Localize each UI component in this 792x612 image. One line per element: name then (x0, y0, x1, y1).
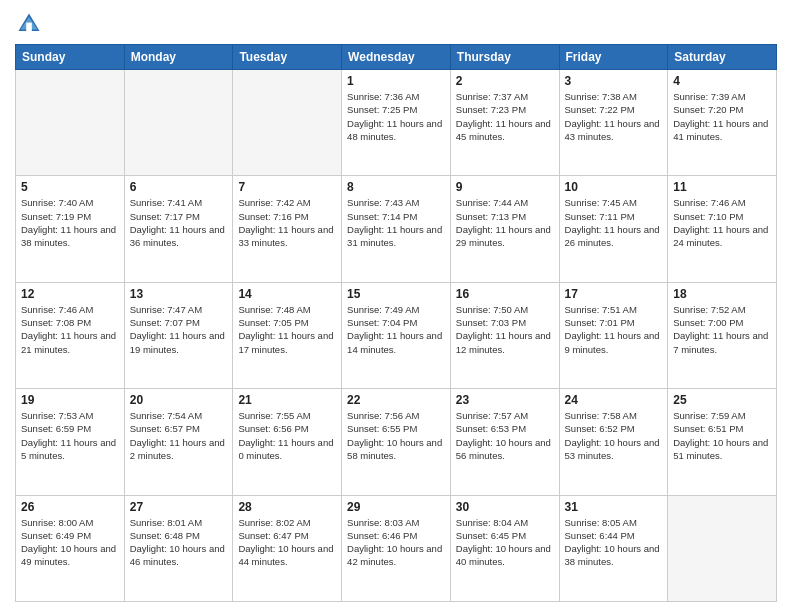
day-number: 15 (347, 287, 445, 301)
day-number: 5 (21, 180, 119, 194)
calendar-cell: 29Sunrise: 8:03 AM Sunset: 6:46 PM Dayli… (342, 495, 451, 601)
calendar-week-row: 1Sunrise: 7:36 AM Sunset: 7:25 PM Daylig… (16, 70, 777, 176)
logo (15, 10, 47, 38)
day-info: Sunrise: 7:40 AM Sunset: 7:19 PM Dayligh… (21, 196, 119, 249)
calendar-cell: 28Sunrise: 8:02 AM Sunset: 6:47 PM Dayli… (233, 495, 342, 601)
day-info: Sunrise: 7:59 AM Sunset: 6:51 PM Dayligh… (673, 409, 771, 462)
day-number: 6 (130, 180, 228, 194)
calendar-cell: 27Sunrise: 8:01 AM Sunset: 6:48 PM Dayli… (124, 495, 233, 601)
day-number: 19 (21, 393, 119, 407)
calendar-cell: 23Sunrise: 7:57 AM Sunset: 6:53 PM Dayli… (450, 389, 559, 495)
calendar-cell (668, 495, 777, 601)
calendar-cell: 20Sunrise: 7:54 AM Sunset: 6:57 PM Dayli… (124, 389, 233, 495)
day-number: 28 (238, 500, 336, 514)
day-info: Sunrise: 8:04 AM Sunset: 6:45 PM Dayligh… (456, 516, 554, 569)
calendar-cell: 1Sunrise: 7:36 AM Sunset: 7:25 PM Daylig… (342, 70, 451, 176)
day-info: Sunrise: 7:38 AM Sunset: 7:22 PM Dayligh… (565, 90, 663, 143)
calendar-cell: 3Sunrise: 7:38 AM Sunset: 7:22 PM Daylig… (559, 70, 668, 176)
day-info: Sunrise: 7:55 AM Sunset: 6:56 PM Dayligh… (238, 409, 336, 462)
weekday-header-wednesday: Wednesday (342, 45, 451, 70)
calendar-cell: 6Sunrise: 7:41 AM Sunset: 7:17 PM Daylig… (124, 176, 233, 282)
day-info: Sunrise: 8:01 AM Sunset: 6:48 PM Dayligh… (130, 516, 228, 569)
day-info: Sunrise: 8:00 AM Sunset: 6:49 PM Dayligh… (21, 516, 119, 569)
page: SundayMondayTuesdayWednesdayThursdayFrid… (0, 0, 792, 612)
day-number: 11 (673, 180, 771, 194)
calendar-cell (124, 70, 233, 176)
day-number: 27 (130, 500, 228, 514)
weekday-header-row: SundayMondayTuesdayWednesdayThursdayFrid… (16, 45, 777, 70)
calendar-cell: 25Sunrise: 7:59 AM Sunset: 6:51 PM Dayli… (668, 389, 777, 495)
day-number: 7 (238, 180, 336, 194)
day-info: Sunrise: 7:50 AM Sunset: 7:03 PM Dayligh… (456, 303, 554, 356)
day-number: 21 (238, 393, 336, 407)
day-info: Sunrise: 7:56 AM Sunset: 6:55 PM Dayligh… (347, 409, 445, 462)
calendar-week-row: 19Sunrise: 7:53 AM Sunset: 6:59 PM Dayli… (16, 389, 777, 495)
day-number: 20 (130, 393, 228, 407)
calendar-cell: 15Sunrise: 7:49 AM Sunset: 7:04 PM Dayli… (342, 282, 451, 388)
header (15, 10, 777, 38)
day-number: 12 (21, 287, 119, 301)
calendar-cell: 24Sunrise: 7:58 AM Sunset: 6:52 PM Dayli… (559, 389, 668, 495)
day-info: Sunrise: 7:42 AM Sunset: 7:16 PM Dayligh… (238, 196, 336, 249)
weekday-header-sunday: Sunday (16, 45, 125, 70)
calendar-cell: 13Sunrise: 7:47 AM Sunset: 7:07 PM Dayli… (124, 282, 233, 388)
day-info: Sunrise: 7:44 AM Sunset: 7:13 PM Dayligh… (456, 196, 554, 249)
day-info: Sunrise: 7:46 AM Sunset: 7:10 PM Dayligh… (673, 196, 771, 249)
calendar-cell: 26Sunrise: 8:00 AM Sunset: 6:49 PM Dayli… (16, 495, 125, 601)
day-number: 31 (565, 500, 663, 514)
calendar-cell: 9Sunrise: 7:44 AM Sunset: 7:13 PM Daylig… (450, 176, 559, 282)
day-info: Sunrise: 7:47 AM Sunset: 7:07 PM Dayligh… (130, 303, 228, 356)
day-info: Sunrise: 7:52 AM Sunset: 7:00 PM Dayligh… (673, 303, 771, 356)
calendar-cell: 8Sunrise: 7:43 AM Sunset: 7:14 PM Daylig… (342, 176, 451, 282)
day-number: 13 (130, 287, 228, 301)
calendar-cell: 5Sunrise: 7:40 AM Sunset: 7:19 PM Daylig… (16, 176, 125, 282)
calendar-cell: 11Sunrise: 7:46 AM Sunset: 7:10 PM Dayli… (668, 176, 777, 282)
calendar-cell: 12Sunrise: 7:46 AM Sunset: 7:08 PM Dayli… (16, 282, 125, 388)
day-number: 30 (456, 500, 554, 514)
day-number: 22 (347, 393, 445, 407)
day-number: 9 (456, 180, 554, 194)
day-info: Sunrise: 7:39 AM Sunset: 7:20 PM Dayligh… (673, 90, 771, 143)
day-number: 26 (21, 500, 119, 514)
day-number: 14 (238, 287, 336, 301)
calendar-cell: 7Sunrise: 7:42 AM Sunset: 7:16 PM Daylig… (233, 176, 342, 282)
day-info: Sunrise: 7:41 AM Sunset: 7:17 PM Dayligh… (130, 196, 228, 249)
calendar-cell (16, 70, 125, 176)
weekday-header-saturday: Saturday (668, 45, 777, 70)
day-info: Sunrise: 7:48 AM Sunset: 7:05 PM Dayligh… (238, 303, 336, 356)
weekday-header-monday: Monday (124, 45, 233, 70)
day-number: 18 (673, 287, 771, 301)
calendar-cell (233, 70, 342, 176)
calendar-cell: 4Sunrise: 7:39 AM Sunset: 7:20 PM Daylig… (668, 70, 777, 176)
day-info: Sunrise: 7:46 AM Sunset: 7:08 PM Dayligh… (21, 303, 119, 356)
weekday-header-friday: Friday (559, 45, 668, 70)
logo-icon (15, 10, 43, 38)
calendar-cell: 16Sunrise: 7:50 AM Sunset: 7:03 PM Dayli… (450, 282, 559, 388)
day-info: Sunrise: 7:54 AM Sunset: 6:57 PM Dayligh… (130, 409, 228, 462)
day-info: Sunrise: 8:02 AM Sunset: 6:47 PM Dayligh… (238, 516, 336, 569)
day-info: Sunrise: 8:05 AM Sunset: 6:44 PM Dayligh… (565, 516, 663, 569)
calendar-cell: 22Sunrise: 7:56 AM Sunset: 6:55 PM Dayli… (342, 389, 451, 495)
calendar-week-row: 5Sunrise: 7:40 AM Sunset: 7:19 PM Daylig… (16, 176, 777, 282)
day-info: Sunrise: 7:51 AM Sunset: 7:01 PM Dayligh… (565, 303, 663, 356)
calendar-cell: 10Sunrise: 7:45 AM Sunset: 7:11 PM Dayli… (559, 176, 668, 282)
day-number: 10 (565, 180, 663, 194)
day-number: 2 (456, 74, 554, 88)
day-number: 16 (456, 287, 554, 301)
day-number: 23 (456, 393, 554, 407)
day-number: 8 (347, 180, 445, 194)
calendar: SundayMondayTuesdayWednesdayThursdayFrid… (15, 44, 777, 602)
weekday-header-thursday: Thursday (450, 45, 559, 70)
day-number: 29 (347, 500, 445, 514)
svg-rect-2 (26, 23, 32, 31)
day-info: Sunrise: 7:53 AM Sunset: 6:59 PM Dayligh… (21, 409, 119, 462)
day-number: 17 (565, 287, 663, 301)
day-info: Sunrise: 8:03 AM Sunset: 6:46 PM Dayligh… (347, 516, 445, 569)
day-number: 1 (347, 74, 445, 88)
day-info: Sunrise: 7:43 AM Sunset: 7:14 PM Dayligh… (347, 196, 445, 249)
day-number: 25 (673, 393, 771, 407)
day-number: 24 (565, 393, 663, 407)
calendar-week-row: 26Sunrise: 8:00 AM Sunset: 6:49 PM Dayli… (16, 495, 777, 601)
day-number: 4 (673, 74, 771, 88)
calendar-cell: 17Sunrise: 7:51 AM Sunset: 7:01 PM Dayli… (559, 282, 668, 388)
